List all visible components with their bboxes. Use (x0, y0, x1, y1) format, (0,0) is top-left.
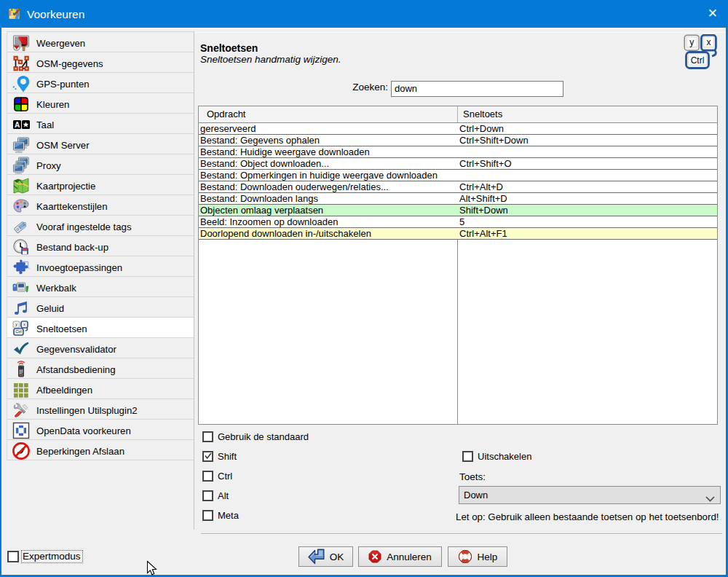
svg-text:x: x (23, 322, 25, 326)
svg-text:Ctrl: Ctrl (15, 329, 22, 334)
svg-text:A: A (15, 121, 20, 129)
svg-text:y: y (689, 37, 694, 47)
svg-text:y: y (15, 322, 17, 326)
svg-text:Ctrl: Ctrl (691, 55, 705, 66)
svg-text:x: x (706, 37, 711, 47)
